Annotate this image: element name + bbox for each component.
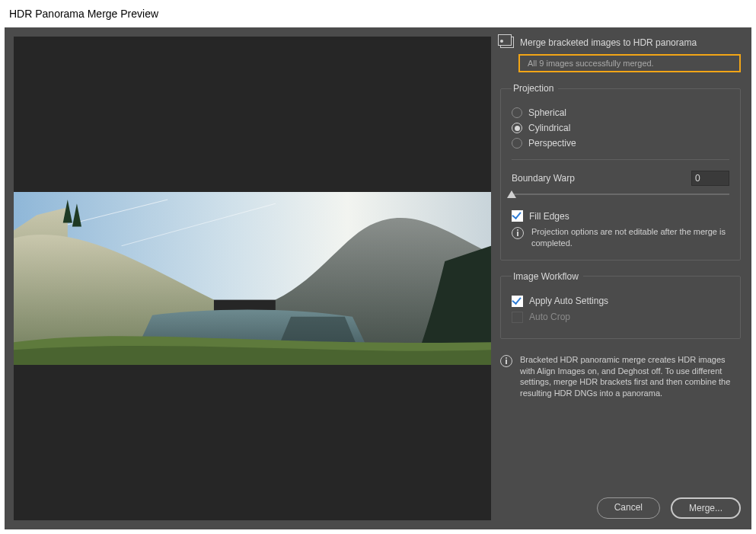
boundary-warp-label: Boundary Warp [512,173,575,184]
dialog-body: Merge bracketed images to HDR panorama A… [5,27,751,529]
divider [512,159,729,160]
slider-track [512,193,729,195]
merge-header-title: Merge bracketed images to HDR panorama [520,37,697,48]
radio-label: Perspective [528,138,576,149]
radio-spherical[interactable]: Spherical [512,107,729,118]
preview-frame [14,37,491,520]
slider-thumb[interactable] [507,190,516,198]
checkbox-label: Fill Edges [529,211,569,222]
info-icon [512,227,524,239]
cancel-button[interactable]: Cancel [597,497,660,519]
fill-edges-checkbox[interactable]: Fill Edges [512,210,729,222]
radio-cylindrical[interactable]: Cylindrical [512,123,729,133]
checkbox-label: Apply Auto Settings [529,296,608,306]
projection-note: Projection options are not editable afte… [531,226,729,249]
auto-settings-checkbox[interactable]: Apply Auto Settings [512,296,729,307]
boundary-warp-slider[interactable] [512,189,729,200]
projection-group: Projection Spherical Cylindrical Perspec… [500,83,741,261]
boundary-warp-input[interactable] [691,171,729,186]
workflow-group: Image Workflow Apply Auto Settings Auto … [500,271,741,339]
merge-status: All 9 images successfully merged. [518,54,741,72]
radio-icon [512,107,522,118]
checkbox-icon [512,210,523,222]
window-title: HDR Panorama Merge Preview [0,0,756,27]
radio-label: Spherical [528,107,566,118]
panorama-preview-image [14,192,491,366]
checkbox-icon [512,312,523,323]
radio-icon [512,138,522,149]
dialog-buttons: Cancel Merge... [500,493,741,520]
checkbox-icon [512,296,523,307]
image-stack-icon [500,37,514,48]
projection-legend: Projection [512,83,558,94]
merge-button[interactable]: Merge... [671,497,741,519]
side-panel: Merge bracketed images to HDR panorama A… [497,27,751,529]
radio-icon [512,123,522,133]
auto-crop-checkbox: Auto Crop [512,312,729,323]
workflow-legend: Image Workflow [512,271,583,282]
preview-column [5,27,497,529]
info-icon [500,355,512,367]
radio-perspective[interactable]: Perspective [512,138,729,149]
footer-note: Bracketed HDR panoramic merge creates HD… [520,354,741,399]
radio-label: Cylindrical [528,123,570,133]
checkbox-label: Auto Crop [529,312,570,322]
